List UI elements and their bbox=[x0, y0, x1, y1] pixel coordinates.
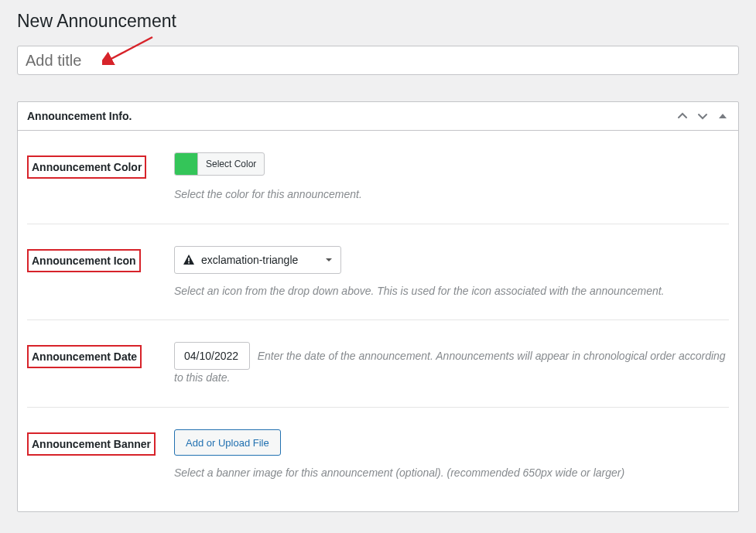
hint-color: Select the color for this announcement. bbox=[174, 186, 729, 203]
hint-banner: Select a banner image for this announcem… bbox=[174, 465, 729, 482]
chevron-down-icon bbox=[325, 256, 333, 264]
icon-select-value: exclamation-triangle bbox=[201, 254, 325, 266]
panel-title: Announcement Info. bbox=[27, 110, 132, 122]
hint-date: Enter the date of the announcement. Anno… bbox=[174, 350, 726, 384]
label-announcement-color: Announcement Color bbox=[27, 155, 146, 179]
field-row-icon: Announcement Icon exclamation-triangle S… bbox=[27, 224, 729, 321]
hint-icon: Select an icon from the drop down above.… bbox=[174, 283, 729, 300]
field-row-color: Announcement Color Select Color Select t… bbox=[27, 131, 729, 224]
svg-rect-1 bbox=[188, 258, 190, 261]
color-swatch bbox=[175, 153, 198, 175]
select-color-button[interactable]: Select Color bbox=[174, 152, 265, 176]
add-upload-file-button[interactable]: Add or Upload File bbox=[174, 429, 281, 456]
label-announcement-date: Announcement Date bbox=[27, 345, 142, 368]
move-down-icon[interactable] bbox=[696, 110, 709, 122]
label-announcement-banner: Announcement Banner bbox=[27, 432, 156, 456]
date-input[interactable] bbox=[174, 342, 250, 370]
title-input[interactable] bbox=[17, 46, 739, 75]
move-up-icon[interactable] bbox=[676, 110, 689, 122]
field-row-banner: Announcement Banner Add or Upload File S… bbox=[27, 408, 729, 488]
collapse-icon[interactable] bbox=[717, 110, 729, 122]
page-title: New Announcement bbox=[17, 11, 739, 32]
label-announcement-icon: Announcement Icon bbox=[27, 249, 141, 272]
svg-rect-2 bbox=[188, 262, 190, 264]
exclamation-triangle-icon bbox=[183, 254, 195, 266]
announcement-info-panel: Announcement Info. Announcement Color Se… bbox=[17, 101, 739, 512]
panel-header: Announcement Info. bbox=[18, 102, 738, 131]
select-color-label: Select Color bbox=[198, 153, 264, 175]
icon-select[interactable]: exclamation-triangle bbox=[174, 246, 341, 274]
field-row-date: Announcement Date Enter the date of the … bbox=[27, 320, 729, 408]
